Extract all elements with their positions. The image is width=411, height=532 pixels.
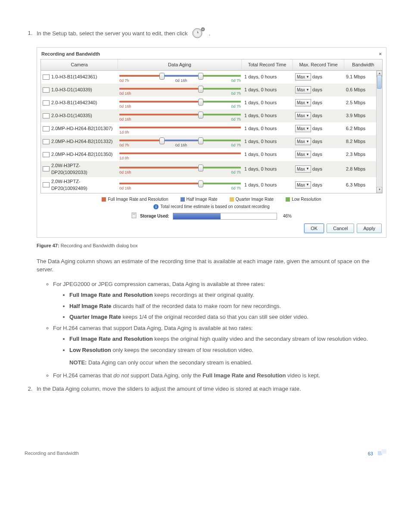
max-record-unit: days: [312, 73, 322, 81]
chevron-down-icon: ▼: [306, 87, 309, 93]
col-camera: Camera: [41, 59, 118, 70]
step1-text-post: .: [209, 30, 211, 37]
note: NOTE: Data Aging can only occur when the…: [69, 358, 386, 367]
max-record-dropdown[interactable]: Max▼: [295, 165, 311, 173]
data-aging-slider[interactable]: 0d 7h0d 16h0d 7h: [119, 137, 241, 146]
slider-thumb[interactable]: [159, 73, 165, 80]
data-aging-slider[interactable]: 0d 16h0d 7h: [119, 180, 241, 190]
vertical-scrollbar[interactable]: ▴ ▾: [376, 71, 382, 193]
total-record-time: 1 days, 0 hours: [243, 112, 293, 119]
camera-name: 2.0MP-HD-H264-B2(101332): [51, 138, 112, 145]
storage-used: Storage Used: 46%: [40, 212, 383, 220]
max-record-unit: days: [312, 99, 322, 106]
camera-name: 1.0-H3-B1(14942361): [51, 73, 97, 81]
col-data-aging: Data Aging: [118, 59, 241, 70]
slider-thumb[interactable]: [198, 73, 203, 80]
total-record-time: 1 days, 0 hours: [243, 125, 293, 132]
total-record-time: 1 days, 0 hours: [243, 138, 293, 145]
camera-icon: [43, 139, 50, 144]
list-item: Low Resolution only keeps the secondary …: [69, 346, 386, 355]
legend: Full Image Rate and Resolution Half Imag…: [40, 196, 383, 202]
max-record-dropdown[interactable]: Max▼: [295, 181, 311, 189]
figure-caption: Figure 47: Recording and Bandwidth dialo…: [37, 242, 386, 249]
max-record-dropdown[interactable]: Max▼: [295, 125, 311, 132]
bullet-h264-supported: For H.264 cameras that support Data Agin…: [53, 324, 386, 367]
chevron-down-icon: ▼: [306, 182, 309, 187]
swatch-low-icon: [286, 197, 290, 202]
slider-thumb[interactable]: [159, 137, 165, 144]
data-aging-slider[interactable]: 0d 7h0d 16h0d 7h: [119, 72, 241, 82]
slider-thumb[interactable]: [198, 112, 203, 118]
table-row: 1.0-H3-B1(14942361)0d 7h0d 16h0d 7h1 day…: [41, 71, 382, 84]
data-aging-slider[interactable]: 0d 16h0d 7h: [119, 111, 241, 121]
camera-icon: [43, 126, 50, 131]
cancel-button[interactable]: Cancel: [327, 224, 354, 233]
slider-thumb[interactable]: [198, 180, 203, 187]
max-record-dropdown[interactable]: Max▼: [295, 112, 311, 119]
data-aging-slider[interactable]: 0d 16h0d 7h: [119, 98, 241, 108]
step-1: In the Setup tab, select the server you …: [34, 26, 386, 380]
col-total-record-time: Total Record Time: [241, 59, 293, 70]
footer-title: Recording and Bandwidth: [25, 450, 79, 457]
camera-icon: [43, 152, 50, 157]
max-record-unit: days: [312, 181, 322, 189]
list-item: Full Image Rate and Resolution keeps rec…: [69, 291, 386, 299]
max-record-unit: days: [312, 125, 322, 132]
ok-button[interactable]: OK: [304, 224, 324, 233]
max-record-dropdown[interactable]: Max▼: [295, 86, 311, 93]
data-aging-slider[interactable]: 1d 0h: [119, 150, 241, 159]
camera-icon: [43, 166, 50, 171]
slider-thumb[interactable]: [198, 99, 203, 106]
chevron-down-icon: ▼: [306, 126, 309, 131]
server-settings-icon: [191, 26, 206, 41]
camera-name: 2.0MP-HD-H264-B2(101350): [51, 151, 112, 158]
camera-icon: [43, 113, 50, 118]
camera-name: 2.0MP-HD-H264-B2(101307): [51, 125, 112, 132]
camera-name: 2.0-H3-B1(14942340): [51, 99, 97, 106]
table-row: 2.0-H3-D1(140335)0d 16h0d 7h1 days, 0 ho…: [41, 109, 382, 122]
estimate-note: iTotal record time estimate is based on …: [40, 203, 383, 210]
chevron-down-icon: ▼: [306, 100, 309, 106]
data-aging-slider[interactable]: 0d 16h0d 7h: [119, 85, 241, 95]
total-record-time: 1 days, 0 hours: [243, 181, 293, 189]
table-row: 2.0MP-HD-H264-B2(101307)1d 0h1 days, 0 h…: [41, 122, 382, 135]
info-icon: i: [153, 204, 159, 209]
camera-name: 2.0W-H3PTZ-DP20(10092489): [51, 178, 116, 192]
slider-thumb[interactable]: [198, 86, 203, 93]
max-record-unit: days: [312, 165, 322, 173]
table-row: 1.0-H3-D1(140339)0d 16h0d 7h1 days, 0 ho…: [41, 84, 382, 96]
scroll-down-icon[interactable]: ▾: [377, 187, 382, 193]
step-2: In the Data Aging column, move the slide…: [34, 385, 386, 393]
table-header: Camera Data Aging Total Record Time Max.…: [40, 59, 383, 71]
max-record-dropdown[interactable]: Max▼: [295, 138, 311, 145]
slider-thumb[interactable]: [198, 137, 203, 144]
scrollbar-thumb[interactable]: [377, 75, 382, 89]
swatch-half-icon: [181, 197, 185, 202]
svg-rect-7: [381, 449, 386, 454]
col-max-record-time: Max. Record Time: [293, 59, 344, 70]
data-aging-slider[interactable]: 0d 16h0d 7h: [119, 164, 241, 174]
camera-name: 2.0W-H3PTZ-DP20(10092033): [51, 162, 116, 176]
camera-name: 1.0-H3-D1(140339): [51, 86, 92, 93]
close-icon[interactable]: ×: [379, 50, 382, 58]
slider-thumb[interactable]: [198, 165, 203, 171]
chevron-down-icon: ▼: [306, 166, 309, 171]
total-record-time: 1 days, 0 hours: [243, 73, 293, 81]
svg-rect-4: [132, 213, 136, 218]
apply-button[interactable]: Apply: [357, 224, 382, 233]
max-record-unit: days: [312, 86, 322, 93]
swatch-full-icon: [102, 197, 106, 202]
max-record-dropdown[interactable]: Max▼: [295, 99, 311, 106]
bullet-h264-unsupported: For H.264 cameras that do not support Da…: [53, 371, 386, 380]
chevron-down-icon: ▼: [306, 152, 309, 157]
paragraph-data-aging: The Data Aging column shows an estimate …: [37, 257, 386, 274]
disk-icon: [131, 212, 137, 220]
max-record-dropdown[interactable]: Max▼: [295, 73, 311, 81]
data-aging-slider[interactable]: 1d 0h: [119, 124, 241, 134]
svg-rect-5: [133, 214, 135, 215]
table-row: 2.0MP-HD-H264-B2(101350)1d 0h1 days, 0 h…: [41, 148, 382, 161]
table-row: 2.0-H3-B1(14942340)0d 16h0d 7h1 days, 0 …: [41, 96, 382, 109]
total-record-time: 1 days, 0 hours: [243, 165, 293, 173]
page-number: 63: [368, 451, 373, 456]
max-record-dropdown[interactable]: Max▼: [295, 151, 311, 158]
